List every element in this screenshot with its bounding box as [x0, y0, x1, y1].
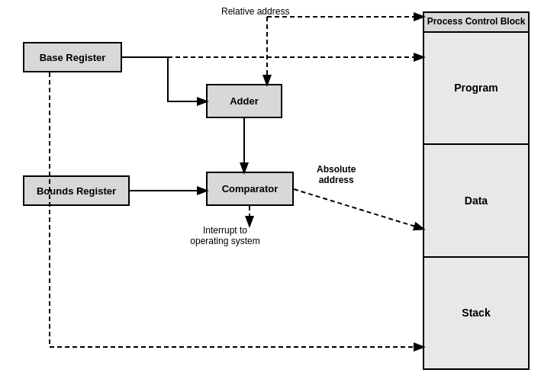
comparator-box: Comparator [206, 172, 294, 206]
diagram-container: Process Control Block Program Data Stack… [0, 0, 541, 392]
base-register-box: Base Register [23, 42, 122, 72]
pcb-header: Process Control Block [424, 13, 528, 33]
pcb-section-stack: Stack [424, 258, 528, 368]
absolute-address-label: Absoluteaddress [317, 164, 356, 185]
interrupt-label: Interrupt tooperating system [176, 225, 275, 246]
adder-box: Adder [206, 84, 282, 118]
relative-address-label: Relative address [221, 6, 289, 17]
pcb-section-data: Data [424, 145, 528, 257]
process-control-block: Process Control Block Program Data Stack [423, 11, 530, 370]
svg-line-6 [294, 189, 423, 229]
bounds-register-box: Bounds Register [23, 175, 130, 206]
pcb-section-program: Program [424, 33, 528, 145]
